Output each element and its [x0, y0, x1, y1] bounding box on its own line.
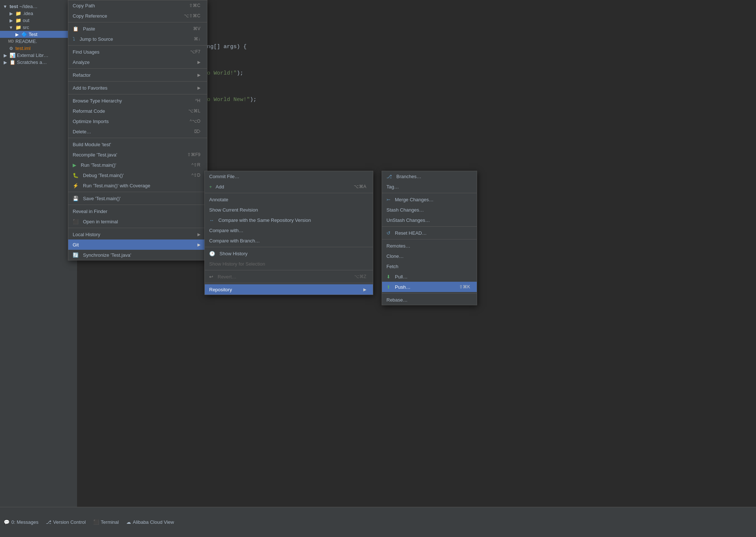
menu-item-add-to-favorites[interactable]: Add to Favorites ▶ — [68, 83, 207, 93]
sidebar-item-src[interactable]: ▼ 📁 src — [0, 24, 77, 31]
submenu-arrow-icon: ▶ — [197, 73, 200, 78]
sidebar-item-external-libs[interactable]: ▶ 📊 External Libr… — [0, 52, 77, 59]
menu-item-open-terminal[interactable]: ⬛Open in terminal — [68, 216, 207, 227]
menu-item-reveal-finder[interactable]: Reveal in Finder — [68, 206, 207, 216]
submenu-arrow-icon: ▶ — [197, 60, 200, 65]
menu-item-stash-changes[interactable]: Stash Changes… — [382, 205, 477, 215]
menu-separator — [68, 228, 207, 228]
menu-item-push[interactable]: ⬆Push… ⇧⌘K — [382, 282, 477, 292]
bottom-bar-version-control[interactable]: ⎇ Version Control — [46, 519, 86, 525]
chevron-right-icon: ▶ — [8, 18, 14, 23]
menu-item-label: Browse Type Hierarchy — [73, 98, 122, 104]
menu-item-label: Recompile 'Test.java' — [73, 152, 117, 158]
menu-item-label: Refactor — [73, 72, 91, 78]
menu-item-copy-path[interactable]: Copy Path ⇧⌘C — [68, 0, 207, 11]
menu-item-save[interactable]: 💾Save 'Test.main()' — [68, 193, 207, 203]
sidebar-item-readme[interactable]: MD README. — [0, 38, 77, 45]
menu-item-shortcut: ^⇧R — [192, 162, 200, 167]
menu-item-show-current-revision[interactable]: Show Current Revision — [205, 205, 373, 215]
menu-item-label: Show Current Revision — [209, 207, 258, 213]
version-control-label: Version Control — [53, 519, 86, 525]
menu-item-label: Annotate — [209, 197, 228, 202]
menu-separator — [68, 192, 207, 192]
menu-item-label: 🐛Debug 'Test.main()' — [73, 173, 124, 178]
menu-item-label: Stash Changes… — [386, 207, 424, 213]
pull-icon: ⬇ — [386, 274, 390, 280]
menu-separator — [68, 94, 207, 94]
menu-item-shortcut: ⇧⌘K — [459, 284, 470, 289]
menu-item-remotes[interactable]: Remotes… — [382, 241, 477, 251]
menu-item-refactor[interactable]: Refactor ▶ — [68, 70, 207, 80]
debug-icon: 🐛 — [73, 173, 79, 178]
submenu-arrow-icon: ▶ — [197, 242, 200, 247]
menu-item-run-coverage[interactable]: ⚡Run 'Test.main()' with Coverage — [68, 180, 207, 191]
menu-item-jump-to-source[interactable]: ⤵Jump to Source ⌘↓ — [68, 34, 207, 44]
git-context-menu[interactable]: Commit File… + Add ⌥⌘A Annotate Show Cur… — [204, 171, 373, 295]
repository-context-menu[interactable]: ⎇Branches… Tag… ⤚Merge Changes… Stash Ch… — [382, 171, 477, 305]
menu-item-debug[interactable]: 🐛Debug 'Test.main()' ^⇧D — [68, 170, 207, 180]
menu-item-show-history[interactable]: 🕐Show History — [205, 248, 373, 259]
compare-icon: ↔ — [209, 217, 214, 223]
menu-item-label: Reveal in Finder — [73, 209, 108, 214]
folder-icon: 📁 — [15, 25, 21, 30]
menu-item-label: Tag… — [386, 184, 399, 190]
menu-item-compare-same-repo[interactable]: ↔Compare with the Same Repository Versio… — [205, 215, 373, 225]
menu-item-find-usages[interactable]: Find Usages ⌥F7 — [68, 47, 207, 57]
chevron-right-icon: ▶ — [2, 53, 8, 58]
menu-item-branches[interactable]: ⎇Branches… — [382, 171, 477, 181]
sidebar-item-idea[interactable]: ▶ 📁 .idea — [0, 10, 77, 17]
menu-item-optimize-imports[interactable]: Optimize Imports ^⌥O — [68, 116, 207, 126]
menu-item-tag[interactable]: Tag… — [382, 181, 477, 192]
menu-item-reset-head[interactable]: ↺Reset HEAD… — [382, 228, 477, 238]
bottom-bar-alibaba[interactable]: ☁ Alibaba Cloud View — [126, 519, 174, 525]
menu-item-unstash-changes[interactable]: UnStash Changes… — [382, 215, 477, 225]
menu-item-fetch[interactable]: Fetch — [382, 261, 477, 271]
chevron-down-icon: ▼ — [8, 25, 14, 30]
menu-item-paste[interactable]: 📋Paste ⌘V — [68, 24, 207, 34]
menu-item-recompile[interactable]: Recompile 'Test.java' ⇧⌘F9 — [68, 149, 207, 160]
menu-item-run[interactable]: ▶Run 'Test.main()' ^⇧R — [68, 160, 207, 170]
sidebar-item-scratches[interactable]: ▶ 📋 Scratches a… — [0, 59, 77, 66]
coverage-icon: ⚡ — [73, 183, 79, 188]
menu-item-label: Remotes… — [386, 243, 410, 249]
menu-item-commit-file[interactable]: Commit File… — [205, 171, 373, 181]
sidebar-item-test[interactable]: ▶ 🔷 Test — [0, 31, 77, 38]
scratches-icon: 📋 — [10, 60, 15, 65]
menu-item-git[interactable]: Git ▶ — [68, 239, 207, 250]
main-context-menu[interactable]: Copy Path ⇧⌘C Copy Reference ⌥⇧⌘C 📋Paste… — [68, 0, 207, 260]
menu-item-compare-with[interactable]: Compare with… — [205, 225, 373, 235]
menu-item-rebase[interactable]: Rebase… — [382, 295, 477, 305]
menu-item-delete[interactable]: Delete… ⌦ — [68, 126, 207, 137]
menu-item-clone[interactable]: Clone… — [382, 251, 477, 261]
menu-item-build-module[interactable]: Build Module 'test' — [68, 139, 207, 149]
menu-item-revert[interactable]: ↩Revert… ⌥⌘Z — [205, 271, 373, 282]
menu-item-label: Add to Favorites — [73, 85, 108, 91]
menu-item-compare-branch[interactable]: Compare with Branch… — [205, 235, 373, 246]
folder-icon: 📁 — [15, 18, 21, 23]
menu-item-analyze[interactable]: Analyze ▶ — [68, 57, 207, 67]
menu-item-merge-changes[interactable]: ⤚Merge Changes… — [382, 194, 477, 205]
menu-separator — [68, 68, 207, 69]
bottom-bar-terminal[interactable]: ⬛ Terminal — [93, 519, 119, 525]
menu-item-browse-type-hierarchy[interactable]: Browse Type Hierarchy ^H — [68, 95, 207, 106]
iml-icon: ⚙ — [8, 46, 14, 51]
bottom-bar-messages[interactable]: 💬 0: Messages — [4, 519, 39, 525]
sidebar-item-out[interactable]: ▶ 📁 out — [0, 17, 77, 24]
menu-item-synchronize[interactable]: 🔄Synchronize 'Test.java' — [68, 250, 207, 260]
sidebar-item-test-root[interactable]: ▼ test ~/Idea… — [0, 3, 77, 10]
version-control-icon: ⎇ — [46, 519, 51, 525]
menu-item-repository[interactable]: Repository ▶ — [205, 284, 373, 295]
menu-item-copy-reference[interactable]: Copy Reference ⌥⇧⌘C — [68, 11, 207, 21]
menu-item-label: UnStash Changes… — [386, 217, 430, 223]
paste-icon: 📋 — [73, 26, 79, 32]
menu-item-label: ⚡Run 'Test.main()' with Coverage — [73, 183, 150, 188]
sidebar-item-test-iml[interactable]: ⚙ test.iml — [0, 45, 77, 52]
menu-item-label: Fetch — [386, 264, 399, 269]
menu-item-local-history[interactable]: Local History ▶ — [68, 229, 207, 239]
menu-item-label: ⬛Open in terminal — [73, 219, 118, 224]
menu-item-reformat-code[interactable]: Reformat Code ⌥⌘L — [68, 106, 207, 116]
menu-separator — [68, 45, 207, 46]
menu-item-pull[interactable]: ⬇Pull… — [382, 271, 477, 282]
menu-item-add[interactable]: + Add ⌥⌘A — [205, 181, 373, 192]
menu-item-annotate[interactable]: Annotate — [205, 194, 373, 205]
